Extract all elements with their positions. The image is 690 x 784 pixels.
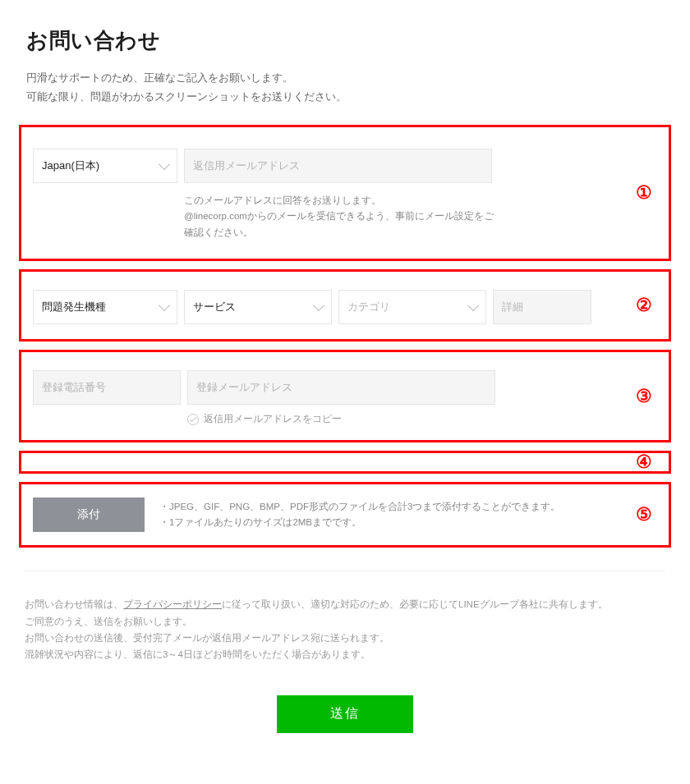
check-circle-icon [187, 414, 199, 425]
submit-wrap: 送信 [0, 663, 690, 774]
category-placeholder: カテゴリ [347, 300, 390, 314]
page-title: お問い合わせ [26, 26, 665, 55]
device-model-select[interactable]: 問題発生機種 [33, 290, 177, 324]
subtitle-line-2: 可能な限り、問題がわかるスクリーンショットをお送りください。 [26, 87, 665, 106]
device-model-value: 問題発生機種 [42, 300, 106, 314]
privacy-policy-link[interactable]: プライバシーポリシー [123, 599, 222, 609]
category-select[interactable]: カテゴリ [338, 290, 486, 324]
attach-note-2: ・1ファイルあたりのサイズは2MBまでです。 [159, 515, 560, 531]
hint-line-1: このメールアドレスに回答をお送りします。 [184, 193, 496, 209]
policy-line-1a: お問い合わせ情報は、 [25, 599, 123, 609]
chevron-down-icon [313, 300, 324, 311]
section-marker-2: ② [636, 295, 652, 316]
detail-select[interactable]: 詳細 [493, 290, 591, 324]
service-select[interactable]: サービス [184, 290, 332, 324]
registered-email-placeholder: 登録メールアドレス [196, 380, 292, 395]
subtitle-line-1: 円滑なサポートのため、正確なご記入をお願いします。 [26, 68, 665, 87]
chevron-down-icon [467, 300, 479, 311]
section-attachment: ⑤ 添付 ・JPEG、GIF、PNG、BMP、PDF形式のファイルを合計3つまで… [19, 482, 671, 548]
section-marker-3: ③ [636, 386, 652, 407]
registered-phone-placeholder: 登録電話番号 [42, 380, 106, 395]
service-value: サービス [193, 300, 236, 314]
copy-reply-email-label: 返信用メールアドレスをコピー [204, 413, 342, 425]
section-marker-4: ④ [636, 452, 652, 473]
contact-form-page: お問い合わせ 円滑なサポートのため、正確なご記入をお願いします。 可能な限り、問… [0, 0, 690, 774]
reply-email-hint: このメールアドレスに回答をお送りします。 @linecorp.comからのメール… [184, 193, 496, 241]
chevron-down-icon [159, 158, 170, 170]
section-reply-email: ① Japan(日本) 返信用メールアドレス このメールアドレスに回答をお送りし… [19, 125, 671, 262]
attach-button[interactable]: 添付 [33, 497, 145, 532]
policy-line-3: お問い合わせの送信後、受付完了メールが返信用メールアドレス宛に送られます。 [25, 630, 665, 646]
policy-text: お問い合わせ情報は、プライバシーポリシーに従って取り扱い、適切な対応のため、必要… [25, 596, 665, 663]
divider [25, 571, 665, 571]
copy-reply-email-option[interactable]: 返信用メールアドレスをコピー [187, 413, 657, 425]
section-marker-1: ① [636, 182, 652, 204]
reply-email-placeholder: 返信用メールアドレス [193, 158, 300, 173]
policy-line-1: お問い合わせ情報は、プライバシーポリシーに従って取り扱い、適切な対応のため、必要… [25, 596, 665, 612]
submit-button[interactable]: 送信 [277, 695, 413, 733]
submit-button-label: 送信 [330, 705, 360, 722]
section-device-service: ② 問題発生機種 サービス カテゴリ 詳細 [19, 269, 671, 342]
detail-placeholder: 詳細 [502, 300, 523, 314]
form-header: お問い合わせ 円滑なサポートのため、正確なご記入をお願いします。 可能な限り、問… [0, 0, 690, 117]
policy-line-1b: に従って取り扱い、適切な対応のため、必要に応じてLINEグループ各社に共有します… [222, 599, 608, 609]
section-marker-5: ⑤ [636, 504, 652, 525]
chevron-down-icon [159, 300, 170, 311]
hint-line-2: @linecorp.comからのメールを受信できるよう、事前にメール設定をご確認… [184, 209, 496, 241]
section-registered-contact: ③ 登録電話番号 登録メールアドレス 返信用メールアドレスをコピー [19, 350, 671, 442]
reply-email-input[interactable]: 返信用メールアドレス [184, 149, 492, 183]
registered-email-input[interactable]: 登録メールアドレス [187, 370, 495, 405]
attach-note-1: ・JPEG、GIF、PNG、BMP、PDF形式のファイルを合計3つまで添付するこ… [159, 499, 560, 516]
attach-notes: ・JPEG、GIF、PNG、BMP、PDF形式のファイルを合計3つまで添付するこ… [159, 499, 560, 531]
policy-line-4: 混雑状況や内容により、返信に3～4日ほどお時間をいただく場合があります。 [25, 646, 665, 663]
section-empty: ④ [19, 451, 671, 474]
policy-line-2: ご同意のうえ、送信をお願いします。 [25, 613, 665, 630]
attach-button-label: 添付 [77, 507, 100, 522]
country-select[interactable]: Japan(日本) [33, 149, 177, 183]
registered-phone-input[interactable]: 登録電話番号 [33, 370, 181, 405]
country-select-value: Japan(日本) [42, 158, 99, 173]
page-subtitle: 円滑なサポートのため、正確なご記入をお願いします。 可能な限り、問題がわかるスク… [26, 68, 665, 107]
